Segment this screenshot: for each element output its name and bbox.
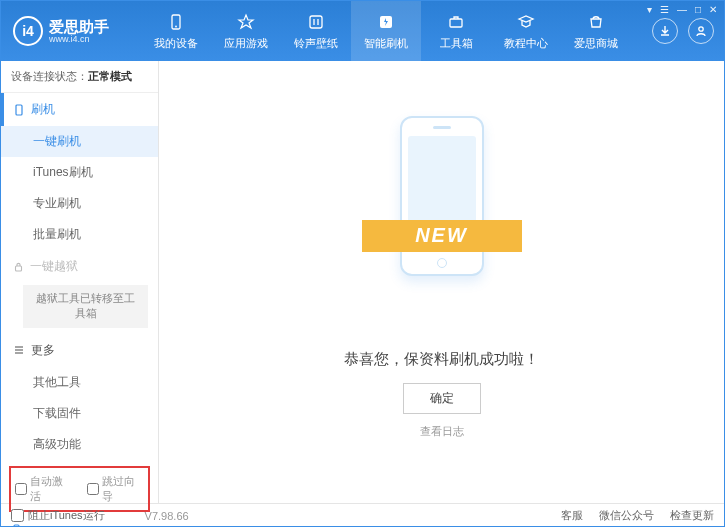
success-illustration: NEW: [372, 106, 512, 336]
main-content: NEW 恭喜您，保资料刷机成功啦！ 确定 查看日志: [159, 61, 724, 503]
block-itunes-checkbox[interactable]: 阻止iTunes运行: [11, 508, 105, 523]
svg-rect-4: [450, 19, 462, 27]
apps-icon: [236, 12, 256, 32]
toolbox-icon: [446, 12, 466, 32]
svg-rect-7: [16, 266, 22, 271]
maximize-button[interactable]: □: [695, 4, 701, 15]
sidebar-item-download-firmware[interactable]: 下载固件: [1, 398, 158, 429]
list-icon: [13, 344, 25, 356]
flash-icon: [376, 12, 396, 32]
auto-activate-checkbox[interactable]: 自动激活: [15, 474, 73, 504]
logo-icon: i4: [13, 16, 43, 46]
ringtone-icon: [306, 12, 326, 32]
nav-label: 教程中心: [504, 36, 548, 51]
nav-ringtone[interactable]: 铃声壁纸: [281, 1, 351, 61]
sidebar-item-itunes-flash[interactable]: iTunes刷机: [1, 157, 158, 188]
nav-label: 爱思商城: [574, 36, 618, 51]
store-icon: [586, 12, 606, 32]
download-button[interactable]: [652, 18, 678, 44]
footer-support[interactable]: 客服: [561, 508, 583, 523]
top-nav: 我的设备 应用游戏 铃声壁纸 智能刷机 工具箱 教程中心 爱思商城: [141, 1, 652, 61]
success-message: 恭喜您，保资料刷机成功啦！: [344, 350, 539, 369]
sidebar-item-pro-flash[interactable]: 专业刷机: [1, 188, 158, 219]
user-button[interactable]: [688, 18, 714, 44]
app-logo: i4 爱思助手 www.i4.cn: [1, 16, 141, 46]
nav-store[interactable]: 爱思商城: [561, 1, 631, 61]
footer-update[interactable]: 检查更新: [670, 508, 714, 523]
tutorial-icon: [516, 12, 536, 32]
sidebar: 设备连接状态：正常模式 刷机 一键刷机 iTunes刷机 专业刷机 批量刷机 一…: [1, 61, 159, 503]
nav-apps[interactable]: 应用游戏: [211, 1, 281, 61]
skip-guide-checkbox[interactable]: 跳过向导: [87, 474, 145, 504]
nav-label: 工具箱: [440, 36, 473, 51]
nav-label: 应用游戏: [224, 36, 268, 51]
lock-icon: [13, 261, 24, 272]
new-ribbon: NEW: [362, 220, 522, 252]
close-button[interactable]: ✕: [709, 4, 717, 15]
footer-wechat[interactable]: 微信公众号: [599, 508, 654, 523]
sidebar-jailbreak-header: 一键越狱: [1, 250, 158, 283]
cart-icon[interactable]: ▾: [647, 4, 652, 15]
connection-status: 设备连接状态：正常模式: [1, 61, 158, 93]
sidebar-flash-header[interactable]: 刷机: [1, 93, 158, 126]
nav-my-device[interactable]: 我的设备: [141, 1, 211, 61]
sidebar-item-other-tools[interactable]: 其他工具: [1, 367, 158, 398]
sidebar-item-batch-flash[interactable]: 批量刷机: [1, 219, 158, 250]
sidebar-item-advanced[interactable]: 高级功能: [1, 429, 158, 460]
options-highlight-box: 自动激活 跳过向导: [9, 466, 150, 512]
minimize-button[interactable]: —: [677, 4, 687, 15]
window-controls: ▾ ☰ — □ ✕: [647, 4, 717, 15]
nav-flash[interactable]: 智能刷机: [351, 1, 421, 61]
nav-label: 智能刷机: [364, 36, 408, 51]
nav-label: 铃声壁纸: [294, 36, 338, 51]
version-label: V7.98.66: [145, 510, 189, 522]
app-url: www.i4.cn: [49, 34, 109, 44]
svg-point-5: [699, 27, 703, 31]
flash-small-icon: [13, 104, 25, 116]
svg-rect-6: [16, 105, 22, 115]
sidebar-jailbreak-note[interactable]: 越狱工具已转移至工具箱: [23, 285, 148, 328]
nav-tutorial[interactable]: 教程中心: [491, 1, 561, 61]
sidebar-more-header[interactable]: 更多: [1, 334, 158, 367]
menu-icon[interactable]: ☰: [660, 4, 669, 15]
app-name: 爱思助手: [49, 19, 109, 34]
view-log-link[interactable]: 查看日志: [420, 424, 464, 439]
nav-label: 我的设备: [154, 36, 198, 51]
svg-point-1: [175, 25, 177, 27]
ok-button[interactable]: 确定: [403, 383, 481, 414]
title-right: [652, 18, 724, 44]
sidebar-item-oneclick-flash[interactable]: 一键刷机: [1, 126, 158, 157]
svg-rect-2: [310, 16, 322, 28]
device-icon: [166, 12, 186, 32]
nav-toolbox[interactable]: 工具箱: [421, 1, 491, 61]
titlebar: ▾ ☰ — □ ✕ i4 爱思助手 www.i4.cn 我的设备 应用游戏 铃声…: [1, 1, 724, 61]
